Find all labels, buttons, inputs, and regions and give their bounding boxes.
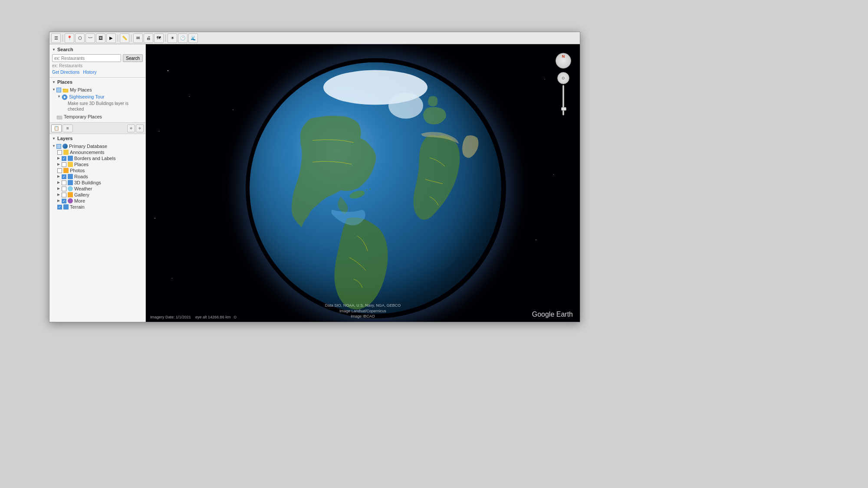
search-label: Search	[57, 47, 73, 52]
primary-db-expand: ▼	[52, 144, 56, 148]
sidebar: ▼ Search Search ex: Restaurants Get Dire…	[49, 44, 146, 322]
sightseeing-icon	[62, 94, 68, 100]
search-header[interactable]: ▼ Search	[52, 47, 143, 52]
more-expand: ▶	[57, 199, 61, 203]
temp-places-expand: ▶	[52, 115, 56, 118]
weather-checkbox[interactable]	[62, 187, 66, 191]
panel-tab-1[interactable]: 📋	[51, 124, 62, 132]
weather-label: Weather	[74, 186, 92, 191]
my-places-label: My Places	[70, 87, 92, 92]
my-places-checkbox[interactable]	[56, 88, 61, 92]
record-tour-btn[interactable]: ▶	[106, 33, 116, 43]
places-layer-item[interactable]: ▶ Places	[57, 161, 143, 167]
sunlight-btn[interactable]: ☀	[168, 33, 177, 43]
globe-area[interactable]: N ⊙ Data SIO, NOAA, U.S. Navy, NGA, GEBC…	[146, 44, 580, 322]
gallery-checkbox[interactable]	[62, 193, 66, 197]
show-ruler-btn[interactable]: 📏	[120, 33, 129, 43]
add-overlay-btn[interactable]: 🖼	[96, 33, 105, 43]
email-btn[interactable]: ✉	[133, 33, 143, 43]
gallery-item[interactable]: ▶ Gallery	[57, 192, 143, 198]
borders-labels-label: Borders and Labels	[74, 156, 115, 161]
temporary-places-item[interactable]: ▶ Temporary Places	[52, 114, 143, 121]
announcements-checkbox[interactable]	[57, 150, 62, 155]
buildings-item[interactable]: ▶ 3D Buildings	[57, 180, 143, 186]
compass[interactable]: N	[556, 53, 571, 69]
primary-database-item[interactable]: ▼ Primary Database	[52, 143, 143, 149]
star-4	[155, 218, 155, 219]
historical-btn[interactable]: 🕐	[178, 33, 187, 43]
places-layer-icon	[68, 162, 73, 167]
search-links: Get Directions History	[52, 70, 143, 75]
ocean-btn[interactable]: 🌊	[188, 33, 198, 43]
more-checkbox[interactable]: ✓	[62, 199, 66, 203]
weather-icon	[68, 186, 73, 191]
my-places-item[interactable]: ▼ My Places	[52, 87, 143, 94]
star-3	[159, 131, 159, 131]
terrain-checkbox[interactable]: ✓	[57, 205, 62, 210]
history-link[interactable]: History	[83, 70, 96, 75]
add-path-btn[interactable]: 〰	[85, 33, 95, 43]
places-header[interactable]: ▼ Places	[52, 79, 143, 85]
toolbar-sep-2	[118, 35, 118, 42]
borders-expand: ▶	[57, 156, 61, 160]
search-input[interactable]	[52, 54, 121, 62]
photos-label: Photos	[70, 168, 85, 173]
toggle-sidebar-btn[interactable]: ☰	[51, 33, 61, 43]
layers-header[interactable]: ▼ Layers	[52, 136, 143, 141]
app-window: ☰ 📍 ⬡ 〰 🖼 ▶ 📏 ✉ 🖨 🗺 ☀ 🕐 🌊 ▼ Search	[49, 32, 580, 322]
borders-labels-checkbox[interactable]: ✓	[62, 156, 66, 161]
zoom-slider-handle[interactable]	[561, 107, 566, 111]
star-9	[233, 109, 233, 110]
svg-point-9	[366, 189, 368, 190]
gallery-icon	[68, 192, 73, 197]
photos-checkbox[interactable]	[57, 168, 62, 173]
search-hint: ex: Restaurants	[52, 63, 143, 68]
terrain-item[interactable]: ✓ Terrain	[57, 204, 143, 210]
zoom-slider-track[interactable]	[562, 85, 564, 115]
sightseeing-tour-label: Sightseeing Tour	[69, 94, 105, 99]
add-polygon-btn[interactable]: ⬡	[75, 33, 85, 43]
globe[interactable]	[250, 62, 501, 314]
get-directions-link[interactable]: Get Directions	[52, 70, 79, 75]
borders-labels-item[interactable]: ▶ ✓ Borders and Labels	[57, 155, 143, 161]
svg-point-8	[362, 191, 363, 193]
tilt-button[interactable]: ⊙	[557, 72, 569, 84]
layers-section: ▼ Layers ▼ Primary Database Anno	[49, 134, 145, 322]
toolbar-sep-1	[62, 35, 63, 42]
more-item[interactable]: ▶ ✓ More	[57, 198, 143, 204]
print-btn[interactable]: 🖨	[144, 33, 153, 43]
roads-item[interactable]: ▶ ✓ Roads	[57, 174, 143, 180]
star-6	[553, 174, 554, 175]
continent-map	[250, 62, 501, 314]
search-input-row: Search	[52, 54, 143, 62]
sightseeing-tour-item[interactable]: ▼ Sightseeing Tour	[57, 94, 143, 101]
announcements-icon	[63, 150, 69, 155]
toolbar-sep-3	[131, 35, 132, 42]
places-layer-checkbox[interactable]	[62, 162, 66, 167]
sightseeing-expand: ▼	[57, 95, 61, 98]
search-triangle: ▼	[52, 48, 56, 52]
borders-labels-icon	[68, 156, 73, 161]
attribution-line3: Image IBCAO	[325, 314, 401, 319]
panel-tab-2[interactable]: ≡	[62, 124, 73, 132]
my-places-icon	[62, 87, 69, 93]
roads-checkbox[interactable]: ✓	[62, 174, 66, 179]
announcements-item[interactable]: Announcements	[57, 149, 143, 155]
compass-north-label: N	[562, 54, 565, 59]
star-8	[172, 278, 172, 278]
my-places-expand: ▼	[52, 88, 56, 92]
panel-add-btn-2[interactable]: +	[136, 124, 144, 132]
primary-db-checkbox[interactable]	[56, 144, 61, 149]
toolbar-sep-4	[165, 35, 166, 42]
search-button[interactable]: Search	[123, 54, 143, 62]
add-placemark-btn[interactable]: 📍	[65, 33, 74, 43]
panel-add-btn-1[interactable]: +	[127, 124, 135, 132]
photos-item[interactable]: Photos	[57, 167, 143, 174]
weather-item[interactable]: ▶ Weather	[57, 186, 143, 192]
buildings-checkbox[interactable]	[62, 180, 66, 185]
show-maps-btn[interactable]: 🗺	[154, 33, 164, 43]
bottom-panel: 📋 ≡ + + ▼ Layers ▼	[49, 123, 145, 322]
places-triangle: ▼	[52, 80, 56, 84]
star-5	[545, 79, 545, 79]
places-layer-expand: ▶	[57, 162, 61, 166]
